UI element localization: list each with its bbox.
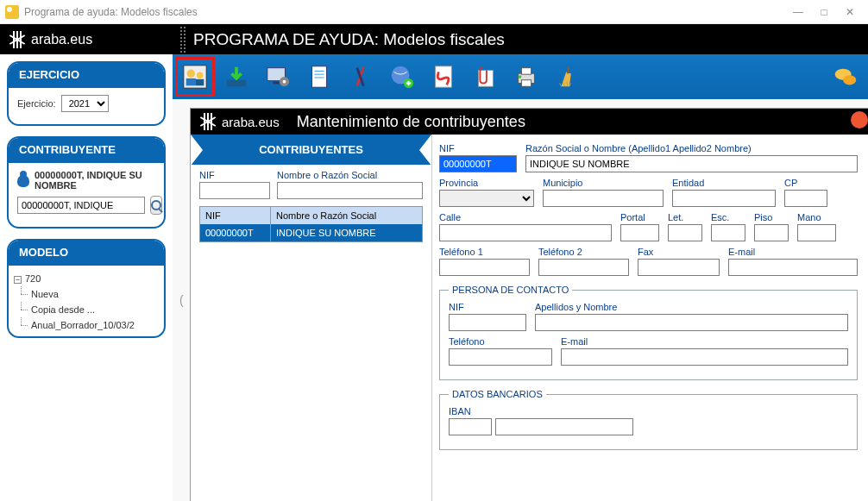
- toolbar-attach-button[interactable]: [469, 61, 500, 92]
- tree-node-720[interactable]: −720: [12, 271, 160, 286]
- contacto-legend: PERSONA DE CONTACTO: [449, 285, 572, 295]
- toolbar-pdf-button[interactable]: [428, 61, 459, 92]
- contribuyente-display: 00000000T, INDIQUE SU NOMBRE: [35, 170, 155, 191]
- ejercicio-label: Ejercicio:: [17, 98, 56, 109]
- svg-rect-5: [227, 80, 247, 87]
- calle-input[interactable]: [439, 224, 612, 241]
- piso-label: Piso: [754, 212, 789, 222]
- contacto-fieldset: PERSONA DE CONTACTO NIF Apellidos y Nomb…: [439, 285, 858, 380]
- tree-item-copia[interactable]: Copia desde ...: [12, 302, 160, 317]
- svg-point-1: [187, 70, 195, 78]
- subwindow-title: Mantenimiento de contribuyentes: [297, 113, 525, 131]
- subwindow-close-button[interactable]: [851, 111, 868, 128]
- contribuyentes-list-pane: CONTRIBUYENTES NIF Nombre o Razón Social: [191, 135, 432, 501]
- magnifier-icon: [151, 200, 161, 210]
- tel1-input[interactable]: [439, 259, 530, 276]
- subwindow-brand: araba.eus: [222, 115, 280, 129]
- filter-nif-label: NIF: [199, 170, 270, 180]
- grid-col-nif[interactable]: NIF: [200, 207, 271, 224]
- mano-input[interactable]: [797, 224, 836, 241]
- ejercicio-select[interactable]: 2021: [61, 95, 109, 112]
- toolbar-globe-button[interactable]: [387, 61, 418, 92]
- panel-modelo: MODELO −720 Nueva Copia desde ... Anual_…: [7, 239, 166, 338]
- c-ape-label: Apellidos y Nombre: [535, 302, 848, 312]
- iban-input-2[interactable]: [495, 418, 633, 435]
- panel-contribuyente-title: CONTRIBUYENTE: [9, 138, 164, 163]
- entidad-input[interactable]: [672, 190, 776, 207]
- minimize-button[interactable]: —: [785, 6, 811, 18]
- toolbar-monitor-settings-button[interactable]: [262, 61, 293, 92]
- toolbar-download-button[interactable]: [221, 61, 252, 92]
- svg-rect-22: [521, 80, 531, 87]
- os-titlebar: Programa de ayuda: Modelos fiscales — □ …: [0, 0, 868, 24]
- subwindow-contribuyentes: araba.eus Mantenimiento de contribuyente…: [190, 108, 868, 501]
- svg-point-23: [519, 75, 522, 78]
- c-tel-input[interactable]: [449, 348, 552, 366]
- sidebar: EJERCICIO Ejercicio: 2021 CONTRIBUYENTE …: [0, 54, 173, 501]
- nif-input[interactable]: [439, 155, 517, 172]
- municipio-label: Municipio: [543, 178, 664, 188]
- razon-input[interactable]: [525, 155, 858, 172]
- piso-input[interactable]: [754, 224, 789, 241]
- app-title: PROGRAMA DE AYUDA: Modelos fiscales: [193, 30, 505, 49]
- let-input[interactable]: [668, 224, 702, 241]
- toolbar-contribuyentes-button[interactable]: [179, 61, 211, 92]
- toolbar-clean-button[interactable]: [552, 61, 583, 92]
- email-input[interactable]: [728, 259, 858, 276]
- toolbar-tools-button[interactable]: [345, 61, 376, 92]
- tel2-input[interactable]: [538, 259, 629, 276]
- person-icon: [17, 175, 29, 187]
- bancarios-fieldset: DATOS BANCARIOS IBAN: [439, 389, 858, 450]
- svg-point-26: [843, 75, 856, 85]
- filter-nif-input[interactable]: [199, 182, 270, 199]
- contribuyente-search-input[interactable]: [17, 197, 145, 214]
- filter-name-input[interactable]: [277, 182, 423, 199]
- municipio-input[interactable]: [543, 190, 664, 207]
- fax-input[interactable]: [638, 259, 720, 276]
- contribuyentes-header: CONTRIBUYENTES: [191, 135, 431, 165]
- contribuyente-search-button[interactable]: [150, 196, 162, 215]
- provincia-label: Provincia: [439, 178, 534, 188]
- tree-item-nueva[interactable]: Nueva: [12, 286, 160, 302]
- toolbar-document-button[interactable]: [304, 61, 335, 92]
- app-icon: [5, 5, 19, 19]
- provincia-select[interactable]: [439, 190, 534, 207]
- c-ape-input[interactable]: [535, 314, 848, 331]
- iban-input-1[interactable]: [449, 418, 492, 435]
- main-toolbar: [173, 54, 868, 99]
- collapse-handle-icon[interactable]: (: [179, 293, 184, 307]
- contribuyente-form: NIF Razón Social o Nombre (Apellido1 Ape…: [432, 135, 868, 501]
- panel-modelo-title: MODELO: [9, 241, 164, 266]
- cp-input[interactable]: [784, 190, 827, 207]
- modelo-tree: −720 Nueva Copia desde ... Anual_Borrado…: [9, 266, 164, 336]
- cp-label: CP: [784, 178, 827, 188]
- tree-item-anual[interactable]: Anual_Borrador_10/03/2: [12, 317, 160, 333]
- maximize-button[interactable]: □: [811, 6, 837, 18]
- grid-cell-name: INDIQUE SU NOMBRE: [271, 224, 422, 241]
- bancarios-legend: DATOS BANCARIOS: [449, 389, 546, 399]
- panel-ejercicio-title: EJERCICIO: [9, 63, 164, 88]
- tree-toggle-icon[interactable]: −: [14, 276, 22, 284]
- portal-input[interactable]: [620, 224, 659, 241]
- filter-name-label: Nombre o Razón Social: [277, 170, 377, 180]
- let-label: Let.: [668, 212, 702, 222]
- c-tel-label: Teléfono: [449, 336, 552, 347]
- subwindow-titlebar: araba.eus Mantenimiento de contribuyente…: [191, 109, 868, 135]
- toolbar-chat-button[interactable]: [830, 61, 861, 92]
- contribuyentes-grid: NIF Nombre o Razón Social 00000000T INDI…: [199, 206, 423, 242]
- panel-contribuyente: CONTRIBUYENTE 00000000T, INDIQUE SU NOMB…: [7, 136, 166, 229]
- c-nif-input[interactable]: [449, 314, 526, 331]
- c-nif-label: NIF: [449, 302, 526, 312]
- esc-input[interactable]: [711, 224, 745, 241]
- grid-col-name[interactable]: Nombre o Razón Social: [271, 207, 422, 224]
- nif-label: NIF: [439, 143, 517, 153]
- main-area: ( araba.eus Mantenimiento de contribuyen…: [173, 54, 868, 501]
- close-button[interactable]: ✕: [837, 6, 863, 18]
- svg-rect-4: [196, 79, 204, 86]
- window-title: Programa de ayuda: Modelos fiscales: [24, 6, 198, 18]
- c-email-input[interactable]: [561, 348, 848, 366]
- svg-rect-10: [312, 66, 327, 87]
- svg-rect-7: [273, 82, 280, 85]
- toolbar-print-button[interactable]: [511, 61, 542, 92]
- grid-row-selected[interactable]: 00000000T INDIQUE SU NOMBRE: [200, 224, 422, 241]
